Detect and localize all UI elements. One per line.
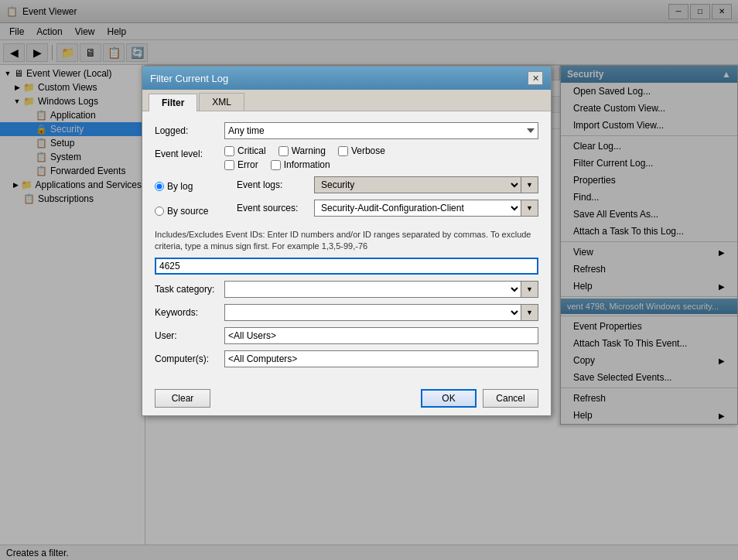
keywords-row: Keywords: ▼ [155, 304, 538, 321]
checkbox-verbose[interactable]: Verbose [338, 145, 385, 156]
task-category-label: Task category: [155, 281, 224, 295]
user-row: User: [155, 327, 538, 344]
event-id-input[interactable] [155, 258, 538, 275]
user-input[interactable] [224, 327, 538, 344]
event-level-row: Event level: Critical Warning [155, 145, 538, 170]
radio-group: By log By source [155, 176, 224, 223]
event-level-checkboxes: Critical Warning Verbose [224, 145, 538, 170]
filter-dialog: Filter Current Log ✕ Filter XML Logged: … [142, 66, 552, 416]
critical-checkbox[interactable] [224, 146, 234, 156]
log-source-section: By log By source Event logs: Security [155, 176, 538, 223]
information-checkbox[interactable] [271, 160, 281, 170]
event-sources-row: Event sources: Security-Audit-Configurat… [237, 200, 538, 217]
event-id-row [155, 258, 538, 275]
modal-overlay: Filter Current Log ✕ Filter XML Logged: … [0, 0, 738, 560]
dialog-body: Logged: Any time Last hour Last 12 hours… [142, 111, 551, 384]
includes-text: Includes/Excludes Event IDs: Enter ID nu… [155, 229, 538, 253]
by-source-label: By source [167, 206, 208, 217]
cancel-button[interactable]: Cancel [483, 389, 538, 408]
checkbox-error[interactable]: Error [224, 159, 258, 170]
verbose-label: Verbose [351, 145, 385, 156]
event-logs-select[interactable]: Security [314, 176, 521, 193]
checkbox-warning[interactable]: Warning [278, 145, 326, 156]
computer-input-container [224, 350, 538, 367]
event-sources-label: Event sources: [237, 200, 314, 213]
by-log-label: By log [167, 181, 193, 192]
task-category-select[interactable] [224, 281, 521, 298]
dialog-title: Filter Current Log [150, 73, 228, 84]
logged-row: Logged: Any time Last hour Last 12 hours… [155, 122, 538, 139]
by-log-radio[interactable] [155, 182, 164, 191]
task-category-dropdown-btn[interactable]: ▼ [521, 281, 538, 298]
information-label: Information [284, 159, 330, 170]
dialog-tabs: Filter XML [142, 90, 551, 111]
task-category-row: Task category: ▼ [155, 281, 538, 298]
checkboxes-group: Critical Warning Verbose [224, 145, 538, 156]
verbose-checkbox[interactable] [338, 146, 348, 156]
event-logs-select-container: Security ▼ [314, 176, 538, 193]
task-category-select-container: ▼ [224, 281, 538, 298]
computer-row: Computer(s): [155, 350, 538, 367]
event-logs-label: Event logs: [237, 176, 314, 190]
computer-label: Computer(s): [155, 350, 224, 364]
user-input-container [224, 327, 538, 344]
computer-input[interactable] [224, 350, 538, 367]
tab-filter[interactable]: Filter [149, 94, 197, 111]
dialog-titlebar: Filter Current Log ✕ [142, 67, 551, 90]
event-sources-select[interactable]: Security-Audit-Configuration-Client [314, 200, 521, 217]
logged-select-container: Any time Last hour Last 12 hours Last 24… [224, 122, 538, 139]
event-logs-row: Event logs: Security ▼ [237, 176, 538, 193]
logged-select[interactable]: Any time Last hour Last 12 hours Last 24… [224, 122, 538, 139]
event-sources-dropdown-btn[interactable]: ▼ [521, 200, 538, 217]
error-label: Error [237, 159, 258, 170]
keywords-select[interactable] [224, 304, 521, 321]
keywords-select-container: ▼ [224, 304, 538, 321]
keywords-dropdown-btn[interactable]: ▼ [521, 304, 538, 321]
warning-checkbox[interactable] [278, 146, 289, 156]
ok-button[interactable]: OK [421, 389, 477, 408]
event-logs-dropdown-btn[interactable]: ▼ [521, 176, 538, 193]
clear-button[interactable]: Clear [155, 389, 210, 408]
dialog-footer: Clear OK Cancel [142, 384, 551, 415]
by-source-radio[interactable] [155, 207, 164, 216]
critical-label: Critical [237, 145, 266, 156]
checkbox-information[interactable]: Information [271, 159, 330, 170]
dialog-close-button[interactable]: ✕ [528, 71, 543, 85]
log-source-selects: Event logs: Security ▼ Event sources: [237, 176, 538, 223]
error-checkbox[interactable] [224, 160, 234, 170]
checkbox-critical[interactable]: Critical [224, 145, 266, 156]
event-level-label: Event level: [155, 145, 224, 159]
radio-by-log[interactable]: By log [155, 181, 224, 192]
dialog-ok-cancel: OK Cancel [421, 389, 538, 408]
user-label: User: [155, 327, 224, 341]
keywords-label: Keywords: [155, 304, 224, 318]
radio-by-source[interactable]: By source [155, 206, 224, 217]
tab-xml[interactable]: XML [199, 93, 244, 111]
event-sources-select-container: Security-Audit-Configuration-Client ▼ [314, 200, 538, 217]
checkboxes-group-2: Error Information [224, 159, 538, 170]
logged-label: Logged: [155, 122, 224, 136]
warning-label: Warning [292, 145, 326, 156]
